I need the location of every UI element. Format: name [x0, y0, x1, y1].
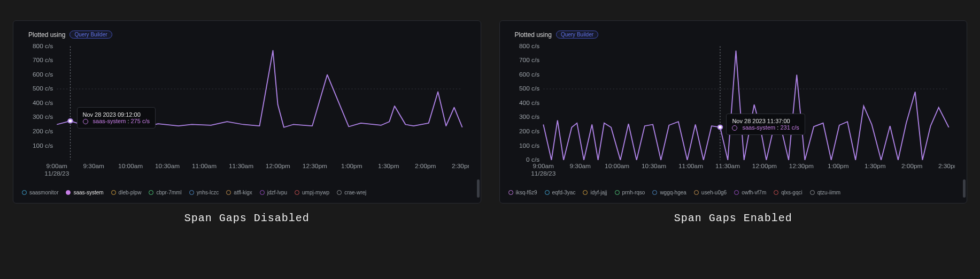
svg-text:11:30am: 11:30am	[715, 163, 739, 169]
legend-swatch-icon	[189, 190, 194, 195]
chart-svg-left[interactable]: 100 c/s200 c/s300 c/s400 c/s500 c/s600 c…	[25, 43, 469, 182]
legend-item[interactable]: useh-u0g6	[694, 190, 727, 195]
svg-text:10:00am: 10:00am	[605, 163, 629, 169]
panel-caption-left: Span Gaps Disabled	[13, 212, 481, 224]
svg-text:1:00pm: 1:00pm	[341, 163, 362, 169]
svg-text:10:30am: 10:30am	[642, 163, 666, 169]
legend-left: saasmonitorsaas-systemdleb-plpwcbpr-7mml…	[22, 190, 472, 195]
svg-text:200 c/s: 200 c/s	[519, 128, 539, 134]
svg-text:100 c/s: 100 c/s	[519, 142, 539, 148]
plot-title-row: Plotted using Query Builder	[28, 31, 474, 39]
legend-item[interactable]: saasmonitor	[22, 190, 58, 195]
legend-swatch-icon	[226, 190, 231, 195]
legend-label: qlxs-gqci	[781, 190, 802, 195]
chart-area-left[interactable]: 100 c/s200 c/s300 c/s400 c/s500 c/s600 c…	[25, 43, 469, 182]
legend-swatch-icon	[652, 190, 657, 195]
svg-text:100 c/s: 100 c/s	[33, 142, 53, 148]
legend-swatch-icon	[810, 190, 815, 195]
legend-label: owfh-vf7m	[742, 190, 766, 195]
legend-item[interactable]: saas-system	[66, 190, 103, 195]
legend-item[interactable]: iksq-f6z9	[508, 190, 537, 195]
legend-item[interactable]: umpj-mywp	[295, 190, 329, 195]
svg-text:10:00am: 10:00am	[118, 163, 143, 169]
legend-item[interactable]: owfh-vf7m	[734, 190, 766, 195]
legend-label: cbpr-7mml	[156, 190, 181, 195]
svg-text:12:30pm: 12:30pm	[789, 163, 813, 169]
legend-swatch-icon	[111, 190, 116, 195]
chart-svg-right[interactable]: 0 c/s100 c/s200 c/s300 c/s400 c/s500 c/s…	[512, 43, 955, 182]
scrollbar-thumb[interactable]	[477, 179, 480, 198]
svg-text:11:00am: 11:00am	[678, 163, 703, 169]
legend-label: wggq-hgea	[660, 190, 686, 195]
svg-text:9:00am: 9:00am	[533, 163, 554, 169]
legend-swatch-icon	[774, 190, 778, 195]
svg-text:800 c/s: 800 c/s	[519, 43, 539, 49]
svg-text:10:30am: 10:30am	[155, 163, 180, 169]
panel-wrap-right: Plotted using Query Builder 0 c/s100 c/s…	[499, 20, 968, 224]
svg-text:12:00pm: 12:00pm	[266, 163, 290, 169]
legend-swatch-icon	[694, 190, 699, 195]
svg-text:9:00am: 9:00am	[46, 163, 67, 169]
legend-item[interactable]: dleb-plpw	[111, 190, 142, 195]
query-builder-badge[interactable]: Query Builder	[70, 31, 112, 39]
svg-text:2:00pm: 2:00pm	[901, 163, 922, 169]
legend-swatch-icon	[260, 190, 265, 195]
svg-text:9:30am: 9:30am	[83, 163, 104, 169]
legend-label: ynhs-lczc	[197, 190, 219, 195]
svg-text:800 c/s: 800 c/s	[33, 43, 53, 49]
legend-label: iksq-f6z9	[516, 190, 537, 195]
panel-caption-right: Span Gaps Enabled	[499, 212, 968, 224]
legend-swatch-icon	[545, 190, 550, 195]
legend-swatch-icon	[615, 190, 620, 195]
svg-text:500 c/s: 500 c/s	[519, 86, 539, 92]
svg-text:12:30pm: 12:30pm	[303, 163, 327, 169]
legend-label: prnh-rqso	[622, 190, 645, 195]
svg-text:1:30pm: 1:30pm	[378, 163, 399, 169]
chart-panel-right: Plotted using Query Builder 0 c/s100 c/s…	[499, 20, 968, 203]
svg-text:11:30am: 11:30am	[229, 163, 253, 169]
svg-text:600 c/s: 600 c/s	[519, 71, 539, 77]
stage: Plotted using Query Builder 100 c/s200 c…	[0, 0, 980, 234]
legend-item[interactable]: jdzf-lvpu	[260, 190, 287, 195]
legend-item[interactable]: idyf-jajj	[583, 190, 607, 195]
legend-label: saasmonitor	[29, 190, 58, 195]
svg-text:11/28/23: 11/28/23	[44, 171, 69, 177]
legend-item[interactable]: atfl-kigx	[226, 190, 252, 195]
svg-text:700 c/s: 700 c/s	[519, 57, 539, 63]
plotted-using-label: Plotted using	[28, 31, 65, 39]
legend-item[interactable]: cbpr-7mml	[149, 190, 181, 195]
svg-text:11:00am: 11:00am	[192, 163, 217, 169]
legend-swatch-icon	[508, 190, 513, 195]
svg-text:1:30pm: 1:30pm	[865, 163, 886, 169]
legend-label: dleb-plpw	[119, 190, 142, 195]
svg-text:400 c/s: 400 c/s	[519, 100, 539, 105]
chart-area-right[interactable]: 0 c/s100 c/s200 c/s300 c/s400 c/s500 c/s…	[512, 43, 955, 182]
svg-text:9:30am: 9:30am	[569, 163, 591, 169]
legend-item[interactable]: wggq-hgea	[652, 190, 686, 195]
legend-swatch-icon	[734, 190, 739, 195]
legend-label: umpj-mywp	[302, 190, 329, 195]
legend-label: saas-system	[73, 190, 103, 195]
panel-wrap-left: Plotted using Query Builder 100 c/s200 c…	[13, 20, 481, 224]
legend-swatch-icon	[583, 190, 588, 195]
svg-text:400 c/s: 400 c/s	[33, 100, 53, 105]
scrollbar-thumb[interactable]	[963, 179, 966, 198]
svg-text:2:30pm: 2:30pm	[938, 163, 955, 169]
svg-text:0 c/s: 0 c/s	[526, 157, 539, 163]
plotted-using-label: Plotted using	[515, 31, 552, 39]
legend-item[interactable]: prnh-rqso	[615, 190, 645, 195]
svg-text:11/28/23: 11/28/23	[531, 171, 555, 177]
legend-item[interactable]: eqfd-3yac	[545, 190, 576, 195]
query-builder-badge[interactable]: Query Builder	[556, 31, 598, 39]
legend-item[interactable]: crae-wrej	[337, 190, 366, 195]
legend-label: eqfd-3yac	[552, 190, 576, 195]
legend-item[interactable]: ynhs-lczc	[189, 190, 219, 195]
legend-item[interactable]: qlxs-gqci	[774, 190, 802, 195]
legend-label: atfl-kigx	[234, 190, 252, 195]
legend-swatch-icon	[22, 190, 27, 195]
svg-text:600 c/s: 600 c/s	[33, 71, 53, 77]
legend-item[interactable]: qtzu-iimm	[810, 190, 840, 195]
legend-label: qtzu-iimm	[817, 190, 840, 195]
legend-swatch-icon	[149, 190, 153, 195]
svg-text:500 c/s: 500 c/s	[33, 86, 53, 92]
